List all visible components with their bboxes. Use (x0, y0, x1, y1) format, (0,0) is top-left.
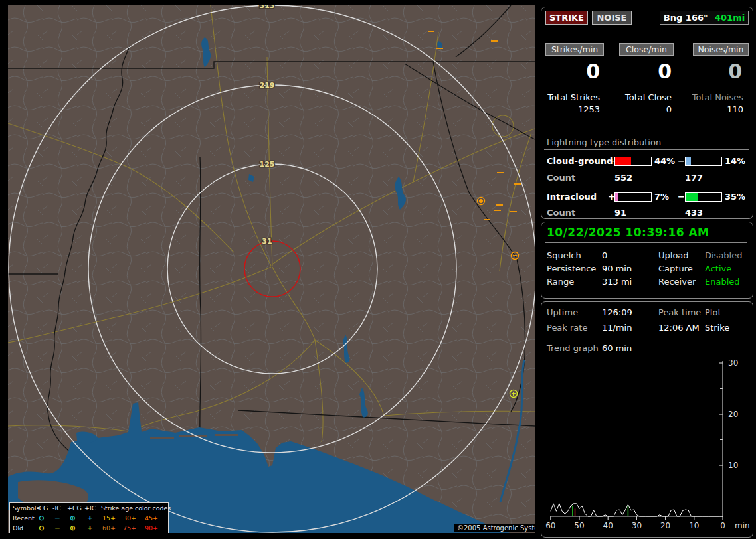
axis-tick-label: min (735, 521, 750, 530)
upload-status: Disabled (705, 250, 742, 260)
range-ring-label: 125 (260, 160, 275, 169)
age-30: 30+ (123, 514, 136, 522)
clock-settings-box: 10/22/2025 10:39:16 AM Squelch 0 Upload … (541, 222, 753, 299)
count-label: Count (547, 208, 575, 218)
legend-col-nic: -IC (52, 504, 61, 512)
axis-tick-label: 30 (632, 521, 642, 530)
minus-sign: − (678, 192, 685, 202)
divider (544, 149, 749, 150)
strike-legend: Symbols -CG -IC +CG +IC Strike age color… (9, 502, 169, 533)
legend-col-ncg: -CG (37, 504, 48, 512)
legend-col-pic: +IC (84, 504, 96, 512)
axis-tick-label: 0 (720, 521, 725, 530)
axis-tick-label: 10 (728, 461, 738, 470)
ic-negative-count: 433 (685, 208, 703, 218)
peak-rate-value: 11/min (602, 323, 632, 333)
lightning-map[interactable]: 31321912531 Symbols -CG -IC +CG +IC Stri… (8, 5, 535, 533)
range-value: 313 mi (602, 277, 632, 287)
peak-rate-label: Peak rate (547, 323, 587, 333)
pos-ic-old-icon: + (87, 524, 93, 532)
axis-tick-label: 20 (660, 521, 670, 530)
app-window: 31321912531 Symbols -CG -IC +CG +IC Stri… (0, 0, 756, 539)
noises-per-min-value: 0 (684, 62, 742, 82)
ic-negative-pct: 35% (725, 192, 745, 202)
minus-sign: − (678, 156, 685, 166)
pos-cg-old-icon: ⊕ (70, 524, 76, 532)
total-strikes-value: 1253 (536, 104, 600, 114)
close-per-min-label[interactable]: Close/min (619, 43, 674, 56)
cg-positive-bar (614, 157, 652, 166)
total-noises-value: 110 (680, 104, 743, 114)
age-45: 45+ (145, 514, 158, 522)
legend-old-label: Old (13, 524, 23, 532)
range-label: Range (547, 277, 574, 287)
strikes-per-min-value: 0 (541, 62, 600, 82)
peak-time-label: Peak time (658, 307, 701, 317)
upload-label: Upload (658, 250, 689, 260)
cg-negative-count: 177 (685, 173, 703, 183)
legend-symbols-header: Symbols (13, 504, 39, 512)
bearing-readout: Bng 166° 401mi (660, 11, 749, 25)
plot-label: Plot (705, 307, 721, 317)
datetime-display: 10/22/2025 10:39:16 AM (547, 226, 709, 239)
close-per-min-value: 0 (613, 62, 672, 82)
age-15: 15+ (102, 514, 116, 522)
ic-positive-bar (614, 193, 652, 202)
squelch-value: 0 (602, 250, 607, 260)
noise-mode-button[interactable]: NOISE (592, 11, 632, 25)
legend-recent-label: Recent (13, 514, 35, 522)
ic-negative-bar (685, 193, 722, 202)
neg-ic-old-icon: − (54, 524, 60, 532)
range-ring-label: 31 (262, 237, 272, 246)
uptime-value: 126:09 (602, 307, 632, 317)
persistence-label: Persistence (547, 264, 596, 273)
persistence-value: 90 min (602, 264, 632, 273)
cloud-ground-label: Cloud-ground (547, 156, 613, 166)
uptime-label: Uptime (547, 307, 578, 317)
trend-graph-label: Trend graph (547, 343, 599, 353)
neg-cg-old-icon: ⊖ (39, 524, 45, 532)
pos-ic-recent-icon: + (87, 514, 93, 522)
strikes-per-min-label[interactable]: Strikes/min (545, 43, 604, 56)
receiver-label: Receiver (658, 277, 696, 287)
range-ring-label: 313 (260, 5, 275, 10)
cg-positive-count: 552 (614, 173, 632, 183)
axis-tick-label: 10 (689, 521, 699, 530)
squelch-label: Squelch (547, 250, 581, 260)
cg-negative-bar (685, 157, 722, 166)
ic-positive-count: 91 (614, 208, 626, 218)
total-strikes-label: Total Strikes (536, 92, 600, 102)
bearing-label: Bng 166° (664, 13, 708, 23)
strike-mode-button[interactable]: STRIKE (545, 11, 588, 25)
capture-status: Active (705, 264, 731, 273)
bearing-distance: 401mi (715, 13, 745, 23)
axis-tick-label: 60 (545, 521, 555, 530)
range-ring-label: 219 (260, 81, 275, 90)
counters-box: STRIKE NOISE Bng 166° 401mi Strikes/min … (541, 7, 753, 219)
axis-tick-label: 30 (728, 358, 738, 368)
trend-box: Uptime 126:09 Peak time Plot Peak rate 1… (541, 301, 753, 538)
map-canvas: 31321912531 (8, 5, 535, 533)
noises-per-min-label[interactable]: Noises/min (693, 43, 749, 56)
ic-positive-pct: 7% (654, 192, 669, 202)
cg-positive-pct: 44% (654, 156, 675, 166)
telemetry-panel: STRIKE NOISE Bng 166° 401mi Strikes/min … (539, 0, 756, 539)
axis-tick-label: 50 (574, 521, 584, 530)
capture-label: Capture (658, 264, 693, 273)
intracloud-label: Intracloud (547, 192, 597, 202)
pos-cg-recent-icon: ⊕ (70, 514, 76, 522)
age-75: 75+ (123, 524, 136, 532)
axis-tick-label: 40 (603, 521, 613, 530)
trend-graph-chart: 3020106050403020100min (541, 352, 751, 536)
total-close-value: 0 (608, 104, 672, 114)
total-noises-label: Total Noises (680, 92, 743, 102)
neg-ic-recent-icon: − (54, 514, 60, 522)
divider (545, 242, 747, 243)
total-close-label: Total Close (608, 92, 672, 102)
legend-col-pcg: +CG (67, 504, 82, 512)
peak-time-value: 12:06 AM (658, 323, 700, 333)
axis-tick-label: 20 (728, 410, 738, 419)
count-label: Count (547, 173, 575, 183)
distribution-title: Lightning type distribution (547, 137, 661, 147)
receiver-status: Enabled (705, 277, 740, 287)
